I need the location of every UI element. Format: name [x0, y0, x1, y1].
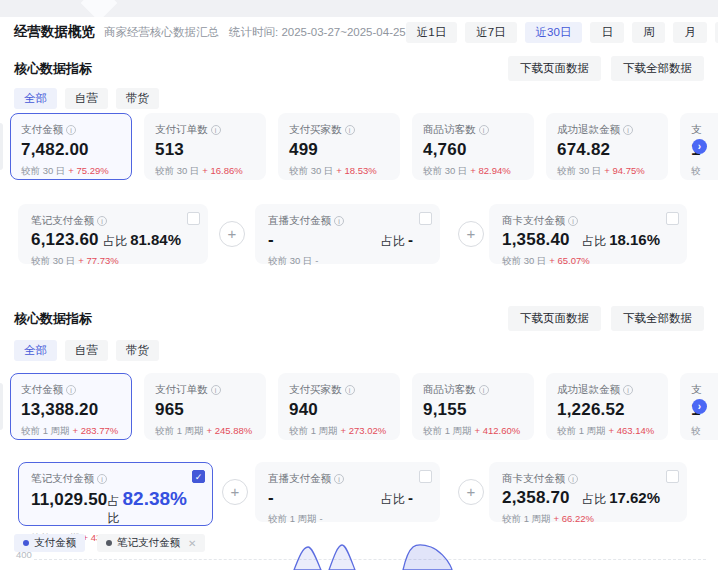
tab-affiliate[interactable]: 带货 [116, 88, 159, 109]
section1-tabs: 全部 自营 带货 [14, 88, 159, 109]
channel-value: 2,358.70 [502, 488, 570, 508]
channel-share: 占比17.62% [582, 489, 674, 508]
metric-label: 支 [691, 383, 718, 397]
add-channel-button[interactable]: + [219, 221, 245, 247]
page-title: 经营数据概览 [14, 23, 95, 41]
overview-header: 经营数据概览 商家经营核心数据汇总 统计时间: 2025-03-27~2025-… [0, 17, 718, 47]
channel-checkbox[interactable] [666, 212, 679, 225]
metric-card-visitor-count[interactable]: 商品访客数i 9,155 较前 1 周期+ 412.60% [412, 373, 534, 440]
info-icon: i [97, 216, 107, 226]
metric-label: 支付订单数i [155, 123, 255, 137]
channel-delta: + 77.73% [78, 255, 118, 266]
channel-value: - [268, 230, 274, 250]
channel-card-card-payment[interactable]: 商卡支付金额i 2,358.70 占比17.62% 较前 1 周期+ 66.22… [489, 462, 687, 522]
carousel-next-button[interactable]: › [692, 399, 707, 414]
metric-value: 499 [289, 140, 389, 160]
metric-delta: + 412.60% [475, 425, 521, 436]
metric-compare: 较前 1 周期+ 463.14% [557, 425, 657, 438]
channel-value-row: 1,358.40 占比18.16% [502, 230, 674, 250]
channel-card-note-payment[interactable]: ✓ 笔记支付金额i 11,029.50 占比82.38% 较前 1 周期+ 43… [18, 462, 213, 526]
tab-self-operated[interactable]: 自营 [65, 340, 108, 361]
channel-compare: 较前 30 日- [268, 255, 427, 268]
metric-compare: 较前 1 周期+ 273.02% [289, 425, 389, 438]
download-page-data-button[interactable]: 下载页面数据 [508, 306, 601, 331]
section2-title: 核心数据指标 [14, 310, 92, 328]
channel-card-live-payment[interactable]: 直播支付金额i - 占比- 较前 30 日- [255, 204, 440, 264]
channel-card-card-payment[interactable]: 商卡支付金额i 1,358.40 占比18.16% 较前 30 日+ 65.07… [489, 204, 687, 264]
channel-card-note-payment[interactable]: 笔记支付金额i 6,123.60 占比81.84% 较前 30 日+ 77.73… [18, 204, 208, 264]
metric-label: 商品访客数i [423, 123, 523, 137]
channel-label: 商卡支付金额i [502, 214, 674, 228]
metric-delta: + 245.88% [207, 425, 253, 436]
metric-label: 支付买家数i [289, 123, 389, 137]
business-data-dashboard: 经营数据概览 商家经营核心数据汇总 统计时间: 2025-03-27~2025-… [0, 0, 718, 570]
section2-channel-row: ✓ 笔记支付金额i 11,029.50 占比82.38% 较前 1 周期+ 43… [0, 462, 718, 524]
metric-value: 1,226.52 [557, 400, 657, 420]
channel-checkbox-checked[interactable]: ✓ [192, 470, 205, 483]
channel-label: 直播支付金额i [268, 214, 427, 228]
download-all-data-button[interactable]: 下载全部数据 [611, 56, 704, 81]
metric-card-buyer-count[interactable]: 支付买家数i 499 较前 30 日+ 18.53% [278, 113, 400, 180]
section1-download-group: 下载页面数据 下载全部数据 [508, 56, 704, 81]
download-all-data-button[interactable]: 下载全部数据 [611, 306, 704, 331]
channel-delta: + 66.22% [554, 513, 594, 524]
info-icon: i [97, 474, 107, 484]
info-icon: i [623, 385, 633, 395]
metric-value: 7,482.00 [21, 140, 121, 160]
section2-metric-row: 支付金额i 13,388.20 较前 1 周期+ 283.77% 支付订单数i … [0, 373, 718, 440]
info-icon: i [345, 125, 355, 135]
channel-card-live-payment[interactable]: 直播支付金额i - 占比- 较前 1 周期- [255, 462, 440, 522]
info-icon: i [334, 216, 344, 226]
metric-label: 支 [691, 123, 718, 137]
channel-value-row: - 占比- [268, 488, 427, 508]
channel-checkbox[interactable] [187, 212, 200, 225]
section1-channel-row: 笔记支付金额i 6,123.60 占比81.84% 较前 30 日+ 77.73… [0, 204, 718, 266]
info-icon: i [211, 125, 221, 135]
range-button-month[interactable]: 月 [673, 22, 707, 43]
channel-checkbox[interactable] [419, 212, 432, 225]
carousel-prev-card-sliver [0, 123, 3, 170]
channel-checkbox[interactable] [419, 470, 432, 483]
trend-line-chart [0, 535, 718, 570]
tab-all[interactable]: 全部 [14, 88, 57, 109]
metric-card-payment-amount[interactable]: 支付金额i 7,482.00 较前 30 日+ 75.29% [10, 113, 132, 180]
metric-card-refund-amount[interactable]: 成功退款金额i 674.82 较前 30 日+ 94.75% [546, 113, 668, 180]
channel-delta: - [320, 513, 323, 524]
tab-all[interactable]: 全部 [14, 340, 57, 361]
date-range-group: 近1日 近7日 近30日 日 周 月 自定义 i [406, 22, 718, 43]
add-channel-button[interactable]: + [222, 479, 248, 505]
metric-value: 513 [155, 140, 255, 160]
metric-delta: + 75.29% [68, 165, 108, 176]
carousel-next-button[interactable]: › [692, 139, 707, 154]
metric-card-order-count[interactable]: 支付订单数i 513 较前 30 日+ 16.86% [144, 113, 266, 180]
metric-card-refund-amount[interactable]: 成功退款金额i 1,226.52 较前 1 周期+ 463.14% [546, 373, 668, 440]
metric-label: 成功退款金额i [557, 123, 657, 137]
metric-compare: 较前 30 日+ 18.53% [289, 165, 389, 178]
add-channel-button[interactable]: + [458, 221, 484, 247]
channel-delta: + 65.07% [549, 255, 589, 266]
channel-compare: 较前 1 周期- [268, 513, 427, 526]
range-button-day[interactable]: 日 [590, 22, 624, 43]
range-button-30d[interactable]: 近30日 [525, 22, 583, 43]
range-button-week[interactable]: 周 [632, 22, 666, 43]
tab-self-operated[interactable]: 自营 [65, 88, 108, 109]
metric-card-visitor-count[interactable]: 商品访客数i 4,760 较前 30 日+ 82.94% [412, 113, 534, 180]
tab-affiliate[interactable]: 带货 [116, 340, 159, 361]
carousel-prev-card-sliver [0, 383, 3, 430]
download-page-data-button[interactable]: 下载页面数据 [508, 56, 601, 81]
section1-title: 核心数据指标 [14, 60, 92, 78]
metric-card-buyer-count[interactable]: 支付买家数i 940 较前 1 周期+ 273.02% [278, 373, 400, 440]
section1-metric-row: 支付金额i 7,482.00 较前 30 日+ 75.29% 支付订单数i 51… [0, 113, 718, 180]
metric-label: 支付金额i [21, 383, 121, 397]
metric-delta: + 273.02% [341, 425, 387, 436]
channel-label: 笔记支付金额i [31, 472, 200, 486]
metric-delta: + 283.77% [73, 425, 119, 436]
channel-label: 直播支付金额i [268, 472, 427, 486]
metric-card-payment-amount[interactable]: 支付金额i 13,388.20 较前 1 周期+ 283.77% [10, 373, 132, 440]
channel-share: 占比18.16% [582, 231, 674, 250]
add-channel-button[interactable]: + [458, 479, 484, 505]
range-button-1d[interactable]: 近1日 [406, 22, 457, 43]
metric-card-order-count[interactable]: 支付订单数i 965 较前 1 周期+ 245.88% [144, 373, 266, 440]
channel-checkbox[interactable] [666, 470, 679, 483]
range-button-7d[interactable]: 近7日 [465, 22, 516, 43]
